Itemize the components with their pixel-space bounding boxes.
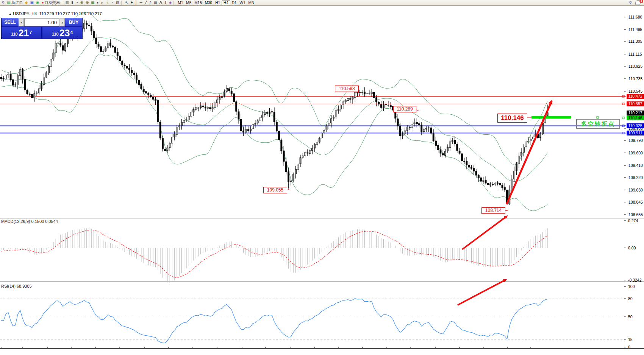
market-watch-icon[interactable]: ▣ — [29, 0, 34, 5]
price-callout-label[interactable]: 110.289 — [393, 106, 416, 112]
autotrade-label: 自动交易 — [45, 0, 60, 5]
zoom-out-icon[interactable]: ⊖ — [84, 0, 90, 5]
price-callout-label[interactable]: 110.146 — [497, 114, 527, 123]
autotrade-button[interactable]: ●自动交易 — [41, 0, 61, 5]
trendline-glyph: ╱ — [145, 0, 147, 5]
timeframe-m5[interactable]: M5 — [184, 1, 193, 5]
styler-glyph: ◆ — [25, 0, 28, 5]
autotrade-glyph: ● — [42, 0, 44, 5]
chat-icon[interactable]: 1 — [635, 0, 641, 5]
zoom-out-glyph: ⊖ — [86, 0, 89, 5]
horizontal-line-objects — [622, 95, 624, 134]
mt4-window: ⚲▤新订单◆▣◉●自动交易 ▥▮~⊕⊖▦▸▹＋◔▨ ↖+│─╱ƒ▦AT◈ M1M… — [0, 0, 644, 355]
indicator-tick: 0.274 — [628, 218, 638, 223]
search-icon[interactable]: ⚲ — [1, 0, 6, 5]
price-tick: 110.925 — [628, 64, 644, 69]
tile-windows-glyph: ▦ — [91, 0, 94, 5]
volume-increase-button[interactable]: ▲ — [60, 18, 65, 26]
price-tag: 110.025 — [627, 123, 644, 128]
styler-icon[interactable]: ◆ — [24, 0, 29, 5]
toolbar-group-right: ⚲ 1 — [628, 0, 643, 5]
green-pivot-bar — [531, 116, 571, 119]
new-order-glyph: ▤ — [7, 0, 10, 5]
indicator-tick: 50 — [628, 315, 633, 319]
buy-price-main: 23 — [59, 28, 70, 38]
templates-icon[interactable]: ▨ — [115, 0, 120, 5]
text-annotation[interactable]: 多空转折点 — [576, 119, 620, 129]
timeframe-m15[interactable]: M15 — [193, 1, 203, 5]
toolbar: ⚲▤新订单◆▣◉●自动交易 ▥▮~⊕⊖▦▸▹＋◔▨ ↖+│─╱ƒ▦AT◈ M1M… — [0, 0, 644, 6]
price-callout-label[interactable]: 110.593 — [335, 86, 359, 92]
zoom-in-icon[interactable]: ⊕ — [79, 0, 84, 5]
chart-canvas[interactable] — [0, 6, 644, 355]
volume-decrease-button[interactable]: ▼ — [19, 18, 24, 26]
price-tick: 111.305 — [628, 39, 644, 44]
text-icon[interactable]: A — [158, 0, 163, 5]
crosshair-icon[interactable]: + — [130, 0, 134, 5]
ohlc-high: 110.277 — [55, 11, 70, 16]
price-tick: 111.680 — [628, 15, 644, 19]
trendline-icon[interactable]: ╱ — [144, 0, 148, 5]
sell-button[interactable]: SELL — [2, 18, 19, 26]
search-glyph: ⚲ — [2, 0, 5, 5]
chart-shift-icon[interactable]: ▹ — [100, 0, 104, 5]
horizontal-line-icon[interactable]: ─ — [139, 0, 144, 5]
indicators-glyph: ＋ — [105, 0, 109, 5]
price-tick: 109.600 — [628, 151, 644, 155]
buy-button[interactable]: BUY — [65, 18, 82, 26]
timeframe-m30[interactable]: M30 — [203, 1, 214, 5]
indicators-icon[interactable]: ＋ — [104, 0, 110, 5]
crosshair-glyph: + — [131, 0, 133, 5]
tile-windows-icon[interactable]: ▦ — [90, 0, 95, 5]
signals-icon[interactable]: ◉ — [35, 0, 41, 5]
candlestick-chart-icon[interactable]: ▮ — [70, 0, 75, 5]
price-callout-label[interactable]: 108.714 — [481, 207, 505, 214]
new-order-button[interactable]: ▤新订单 — [6, 0, 23, 5]
macd-header: MACD(12,26,9) 0.1500 0.0544 — [1, 219, 58, 224]
trend-arrows — [503, 100, 552, 282]
zoom-in-glyph: ⊕ — [80, 0, 83, 5]
price-tick: 109.220 — [628, 175, 644, 180]
timeframe-h1[interactable]: H1 — [214, 1, 222, 5]
timeframe-w1[interactable]: W1 — [238, 1, 247, 5]
ohlc-low: 110.196 — [71, 11, 86, 16]
price-tag: 110.146 — [627, 115, 644, 120]
text-label-icon[interactable]: T — [163, 0, 168, 5]
fibonacci-icon[interactable]: ƒ — [148, 0, 153, 5]
periods-icon[interactable]: ◔ — [110, 0, 115, 5]
cursor-icon[interactable]: ↖ — [124, 0, 129, 5]
price-tick: 108.655 — [628, 212, 644, 217]
search-icon[interactable]: ⚲ — [628, 0, 633, 5]
templates-glyph: ▨ — [116, 0, 119, 5]
sell-price-display[interactable]: 110217 — [2, 27, 41, 39]
text-label-glyph: T — [164, 0, 167, 5]
indicator-tick: 80 — [628, 296, 633, 301]
buy-price-handle: 110 — [52, 30, 59, 38]
candlestick-chart-glyph: ▮ — [71, 0, 73, 5]
shapes-icon[interactable]: ◈ — [168, 0, 173, 5]
indicator-tick: 0 — [628, 345, 630, 349]
price-tick: 111.115 — [628, 52, 644, 56]
price-callout-label[interactable]: 109.055 — [263, 187, 287, 193]
timeframe-d1[interactable]: D1 — [230, 1, 238, 5]
toolbar-group-objects: ↖+│─╱ƒ▦AT◈ — [124, 0, 173, 5]
rsi-line — [1, 299, 547, 343]
new-order-label: 新订单 — [11, 0, 23, 5]
vertical-line-icon[interactable]: │ — [134, 0, 139, 5]
volume-input[interactable]: 1.00 — [24, 18, 59, 26]
bar-chart-glyph: ▥ — [66, 0, 69, 5]
price-tag: 109.911 — [627, 131, 644, 135]
grid-icon[interactable]: ▦ — [153, 0, 158, 5]
price-tick: 111.495 — [628, 27, 644, 32]
price-tick: 110.545 — [628, 89, 644, 93]
bar-chart-icon[interactable]: ▥ — [64, 0, 70, 5]
timeframe-h4[interactable]: H4 — [222, 0, 230, 5]
shapes-glyph: ◈ — [169, 0, 172, 5]
one-click-toggle-icon[interactable]: ▲ — [8, 12, 12, 16]
auto-scroll-icon[interactable]: ▸ — [96, 0, 100, 5]
line-chart-icon[interactable]: ~ — [75, 0, 79, 5]
buy-price-display[interactable]: 110234 — [42, 27, 82, 39]
timeframe-m1[interactable]: M1 — [176, 1, 184, 5]
timeframe-mn[interactable]: MN — [247, 1, 256, 5]
indicator-tick: 100 — [628, 284, 635, 289]
